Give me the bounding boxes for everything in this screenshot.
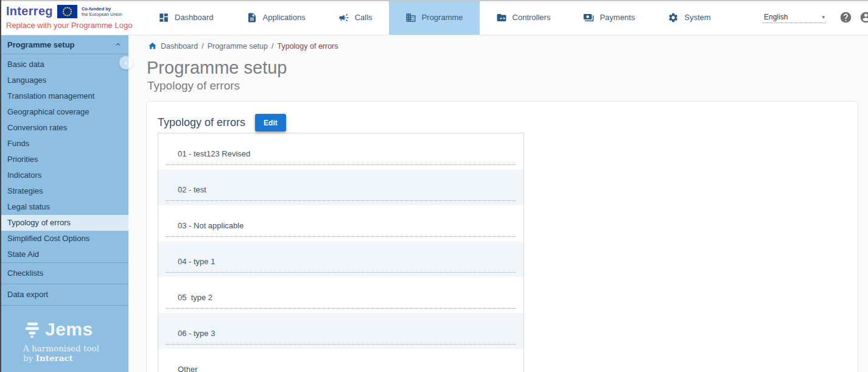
controllers-icon <box>496 12 507 23</box>
language-select[interactable]: English ▾ <box>763 12 826 23</box>
eu-cofunded-label: Co-funded by the European Union <box>82 6 122 17</box>
sidebar-item-geographical-coverage[interactable]: Geographical coverage <box>0 104 128 120</box>
row-underline <box>166 308 516 309</box>
nav-applications[interactable]: Applications <box>230 0 322 35</box>
sidebar: Programme setup Basic data Languages Tra… <box>0 35 128 372</box>
sidebar-item-state-aid[interactable]: State Aid <box>0 247 128 262</box>
typology-row-label: Other <box>178 365 198 372</box>
typology-row: 04 - type 1 <box>158 241 523 277</box>
row-underline <box>166 164 516 165</box>
typology-row-label: 01 - test123 Revised <box>178 149 250 158</box>
chevron-down-icon: ▾ <box>822 14 825 20</box>
nav-payments[interactable]: Payments <box>567 0 651 35</box>
dashboard-icon <box>158 12 169 23</box>
sidebar-collapse-button[interactable] <box>119 56 133 69</box>
top-navigation-bar: Interreg Co-funded by the European Union… <box>0 0 868 35</box>
programme-icon <box>405 12 416 23</box>
typology-of-errors-card: Typology of errors Edit 01 - test123 Rev… <box>146 101 858 372</box>
row-underline <box>166 236 516 237</box>
typology-row: 03 - Not applicable <box>158 205 523 241</box>
sidebar-header-programme-setup[interactable]: Programme setup <box>0 35 128 54</box>
typology-row: 05 type 2 <box>158 277 523 313</box>
nav-system[interactable]: System <box>651 0 727 35</box>
jems-name: Jems <box>45 319 93 340</box>
sidebar-item-languages[interactable]: Languages <box>0 72 128 88</box>
home-icon[interactable] <box>148 41 157 51</box>
sidebar-item-basic-data[interactable]: Basic data <box>0 57 128 72</box>
calls-icon <box>338 12 349 23</box>
typology-row-label: 06 - type 3 <box>178 329 215 338</box>
help-icon[interactable] <box>839 11 852 24</box>
interreg-logo: Interreg <box>6 4 53 18</box>
payments-icon <box>583 12 594 23</box>
sidebar-item-funds[interactable]: Funds <box>0 136 128 152</box>
breadcrumb-programme-setup[interactable]: Programme setup <box>208 42 268 51</box>
typology-row-label: 05 type 2 <box>178 293 212 302</box>
sidebar-item-indicators[interactable]: Indicators <box>0 167 128 183</box>
sidebar-header-label: Programme setup <box>7 40 75 49</box>
row-underline <box>166 272 516 273</box>
window-left-border <box>0 0 1 372</box>
row-underline <box>166 344 516 345</box>
jems-byline: by Interact <box>23 353 128 363</box>
account-icon[interactable] <box>859 11 868 24</box>
typology-row-label: 04 - type 1 <box>178 257 215 266</box>
jems-hive-icon <box>23 320 41 339</box>
card-header: Typology of errors Edit <box>147 102 858 132</box>
typology-list: 01 - test123 Revised 02 - test 03 - Not … <box>158 133 524 372</box>
breadcrumb-separator: / <box>201 42 203 51</box>
sidebar-item-data-export[interactable]: Data export <box>0 284 128 305</box>
breadcrumb-current: Typology of errors <box>277 42 338 51</box>
sidebar-item-translation-management[interactable]: Translation management <box>0 88 128 104</box>
nav-controllers[interactable]: Controllers <box>480 0 567 35</box>
row-underline <box>166 200 516 201</box>
jems-logo: Jems A harmonised tool by Interact <box>0 319 128 363</box>
typology-row: 02 - test <box>158 169 523 205</box>
breadcrumb-separator: / <box>271 42 273 51</box>
nav-calls[interactable]: Calls <box>322 0 389 35</box>
sidebar-divider <box>0 305 128 306</box>
sidebar-menu: Basic data Languages Translation managem… <box>0 54 128 306</box>
sidebar-item-typology-of-errors[interactable]: Typology of errors <box>0 215 128 231</box>
sidebar-item-legal-status[interactable]: Legal status <box>0 199 128 215</box>
page-title: Programme setup <box>147 58 868 77</box>
typology-row: 06 - type 3 <box>158 313 523 349</box>
sidebar-item-simplified-cost-options[interactable]: Simplified Cost Options <box>0 231 128 247</box>
system-icon <box>668 12 679 23</box>
edit-button[interactable]: Edit <box>255 114 286 132</box>
window-top-border <box>0 0 868 1</box>
sidebar-item-strategies[interactable]: Strategies <box>0 183 128 199</box>
chevron-left-icon <box>122 59 130 67</box>
eu-flag-icon <box>57 5 77 18</box>
jems-tagline: A harmonised tool <box>23 343 128 353</box>
nav-dashboard[interactable]: Dashboard <box>142 0 230 35</box>
main-content: Dashboard / Programme setup / Typology o… <box>128 35 868 372</box>
typology-row: Other <box>158 349 523 372</box>
breadcrumb-dashboard[interactable]: Dashboard <box>161 42 198 51</box>
card-title: Typology of errors <box>158 116 245 129</box>
breadcrumb: Dashboard / Programme setup / Typology o… <box>128 35 868 51</box>
programme-logo-area: Interreg Co-funded by the European Union… <box>0 0 142 35</box>
chevron-up-icon <box>114 40 122 49</box>
main-nav: Dashboard Applications Calls Programme C… <box>142 0 727 35</box>
typology-row-label: 02 - test <box>178 185 206 194</box>
page-subtitle: Typology of errors <box>147 79 868 93</box>
language-value: English <box>764 13 788 21</box>
typology-row: 01 - test123 Revised <box>158 133 523 169</box>
sidebar-item-checklists[interactable]: Checklists <box>0 263 128 284</box>
applications-icon <box>247 12 257 23</box>
nav-programme[interactable]: Programme <box>389 0 480 35</box>
sidebar-item-conversion-rates[interactable]: Conversion rates <box>0 120 128 136</box>
logo-placeholder-text: Replace with your Programme Logo <box>6 21 142 30</box>
typology-row-label: 03 - Not applicable <box>178 221 243 230</box>
sidebar-item-priorities[interactable]: Priorities <box>0 152 128 167</box>
